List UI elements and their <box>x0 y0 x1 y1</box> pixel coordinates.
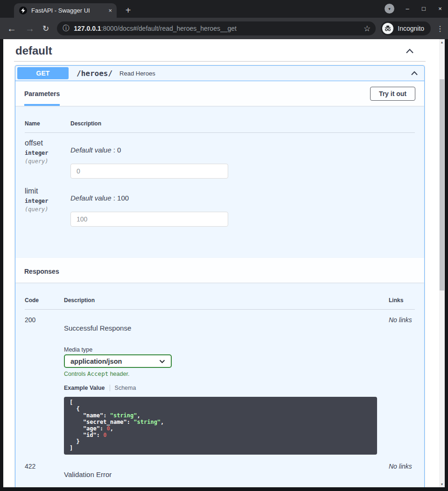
url-bar[interactable]: ⓘ 127.0.0.1:8000/docs#/default/read_hero… <box>57 21 376 35</box>
tab-title: FastAPI - Swagger UI <box>31 7 105 14</box>
responses-table: Code Description Links 200 Successful Re… <box>15 283 424 487</box>
param-default-text: Default value : 100 <box>70 194 415 202</box>
section-collapse-icon[interactable] <box>406 48 414 54</box>
param-limit-input[interactable] <box>70 212 228 227</box>
fastapi-favicon-icon <box>19 7 27 14</box>
example-tabs: Example Value Schema <box>64 385 389 391</box>
swagger-content: default GET /heroes/ Read Heroes Paramet… <box>3 39 439 487</box>
response-links: No links <box>389 463 415 478</box>
operation-path: /heroes/ <box>77 69 112 78</box>
controls-accept-note: Controls Accept header. <box>64 370 389 377</box>
minimize-button[interactable]: – <box>404 5 411 12</box>
parameters-table: Name Description offset integer (query) … <box>15 106 424 258</box>
scroll-down-icon[interactable]: ▼ <box>439 481 445 487</box>
tab-search-button[interactable]: ▾ <box>385 4 394 14</box>
media-type-label: Media type <box>64 346 389 353</box>
operation-summary-text: Read Heroes <box>119 70 155 77</box>
section-title: default <box>15 44 52 57</box>
resp-col-code: Code <box>25 297 64 304</box>
browser-tab[interactable]: FastAPI - Swagger UI × <box>14 3 117 18</box>
browser-toolbar: ← → ↻ ⓘ 127.0.0.1:8000/docs#/default/rea… <box>0 18 448 39</box>
param-row-limit: limit integer (query) Default value : 10… <box>25 179 415 227</box>
bookmark-star-icon[interactable]: ☆ <box>364 24 371 34</box>
responses-title: Responses <box>24 258 59 283</box>
tag-section-header[interactable]: default <box>15 42 414 59</box>
forward-icon[interactable]: → <box>25 23 35 34</box>
incognito-label: Incognito <box>398 25 424 32</box>
site-info-icon[interactable]: ⓘ <box>63 24 69 33</box>
operation-summary[interactable]: GET /heroes/ Read Heroes <box>15 66 424 81</box>
tab-parameters[interactable]: Parameters <box>24 81 60 106</box>
browser-menu-icon[interactable]: ⋮ <box>436 24 444 33</box>
response-links: No links <box>389 316 415 455</box>
response-row-422: 422 Validation Error No links <box>25 455 415 478</box>
response-description: Successful Response <box>64 324 389 332</box>
param-col-name: Name <box>25 120 70 127</box>
param-name: limit <box>25 187 70 195</box>
param-type: integer <box>25 150 70 156</box>
tab-example-value[interactable]: Example Value <box>64 385 110 391</box>
responses-header: Responses <box>15 258 424 283</box>
param-location: (query) <box>25 206 70 213</box>
back-icon[interactable]: ← <box>7 23 16 34</box>
incognito-icon <box>382 23 393 34</box>
new-tab-button[interactable]: + <box>122 4 134 17</box>
response-row-200: 200 Successful Response Media type appli… <box>25 310 415 455</box>
page-viewport: default GET /heroes/ Read Heroes Paramet… <box>3 39 445 487</box>
operation-block: GET /heroes/ Read Heroes Parameters Try … <box>15 65 425 487</box>
example-code: [ { "name": "string", "secret_name": "st… <box>64 397 377 455</box>
param-type: integer <box>25 198 70 204</box>
url-host: 127.0.0.1 <box>74 25 101 32</box>
maximize-button[interactable]: □ <box>420 5 427 12</box>
window-controls: ▾ – □ × <box>385 4 443 14</box>
chevron-down-icon <box>159 360 165 363</box>
resp-col-description: Description <box>64 297 389 304</box>
response-description: Validation Error <box>64 470 389 478</box>
media-type-value: application/json <box>70 358 159 365</box>
reload-icon[interactable]: ↻ <box>42 24 49 34</box>
try-it-out-button[interactable]: Try it out <box>370 87 415 101</box>
param-default-text: Default value : 0 <box>70 146 415 154</box>
resp-col-links: Links <box>389 297 415 304</box>
param-offset-input[interactable] <box>70 164 228 179</box>
url-text[interactable]: 127.0.0.1:8000/docs#/default/read_heroes… <box>74 25 360 32</box>
response-code: 200 <box>25 316 64 455</box>
section-divider <box>14 61 426 62</box>
tab-close-icon[interactable]: × <box>108 7 112 14</box>
scrollbar-thumb[interactable] <box>440 79 444 290</box>
parameters-header: Parameters Try it out <box>15 81 424 106</box>
param-row-offset: offset integer (query) Default value : 0 <box>25 133 415 179</box>
browser-window: FastAPI - Swagger UI × + ▾ – □ × ← → ↻ ⓘ… <box>0 0 448 491</box>
http-method-badge: GET <box>17 67 69 79</box>
tab-strip: FastAPI - Swagger UI × + ▾ – □ × <box>0 0 448 18</box>
media-type-select[interactable]: application/json <box>64 354 172 368</box>
scroll-up-icon[interactable]: ▲ <box>439 39 445 45</box>
param-name: offset <box>25 139 70 147</box>
param-location: (query) <box>25 158 70 165</box>
close-button[interactable]: × <box>437 5 443 12</box>
param-col-description: Description <box>70 120 415 127</box>
incognito-badge: Incognito <box>381 21 431 35</box>
url-path: :8000/docs#/default/read_heroes_heroes__… <box>101 25 237 32</box>
response-code: 422 <box>25 463 64 478</box>
tab-schema[interactable]: Schema <box>110 385 136 391</box>
operation-collapse-icon[interactable] <box>411 71 418 76</box>
page-scrollbar[interactable]: ▲ ▼ <box>439 39 445 487</box>
